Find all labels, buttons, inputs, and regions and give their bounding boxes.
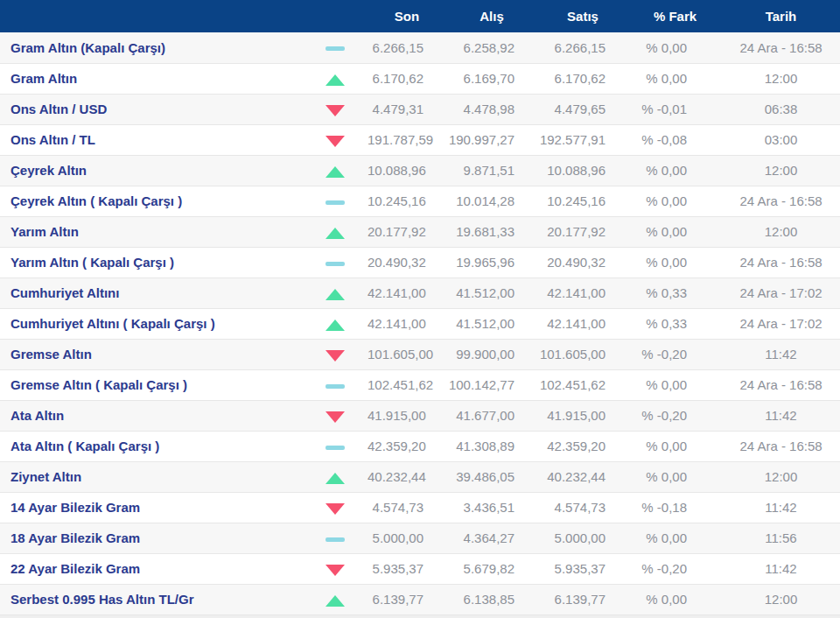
table-row: 18 Ayar Bilezik Gram 5.000,00 4.364,27 5… <box>0 523 840 553</box>
fark-value: % 0,00 <box>628 247 722 277</box>
col-header-satis: Satış <box>537 0 628 32</box>
tarih-value: 11:56 <box>722 523 840 553</box>
satis-value: 42.141,00 <box>537 277 628 308</box>
satis-value: 102.451,62 <box>537 369 628 400</box>
instrument-name-link[interactable]: Gremse Altın <box>10 347 92 362</box>
instrument-name-link[interactable]: Gram Altın (Kapalı Çarşı) <box>10 40 165 55</box>
alis-value: 5.679,82 <box>446 553 537 584</box>
tarih-value: 12:00 <box>722 63 840 94</box>
fark-value: % 0,00 <box>628 584 722 614</box>
fark-value: % 0,00 <box>628 186 722 216</box>
son-value: 191.787,59 <box>368 124 446 155</box>
alis-value: 99.900,00 <box>446 339 537 369</box>
satis-value: 5.935,37 <box>537 553 628 584</box>
instrument-name-link[interactable]: Ons Altın / USD <box>10 102 107 116</box>
trend-flat-icon <box>326 384 345 389</box>
alis-value: 4.478,98 <box>446 94 537 124</box>
fark-value: % 0,00 <box>628 32 722 63</box>
fark-value: % 0,33 <box>628 308 722 339</box>
satis-value: 6.139,77 <box>537 584 628 614</box>
alis-value: 19.681,33 <box>446 216 537 247</box>
fark-value: % -0,20 <box>628 400 722 431</box>
col-header-son: Son <box>368 0 446 32</box>
fark-value: % -0,08 <box>628 124 722 155</box>
fark-value: % -0,18 <box>628 492 722 523</box>
col-header-trend-empty <box>302 0 368 32</box>
trend-down-icon <box>326 350 345 362</box>
son-value: 20.490,32 <box>368 247 446 277</box>
instrument-name-link[interactable]: Ons Altın / TL <box>10 132 95 147</box>
instrument-name-link[interactable]: Ata Altın ( Kapalı Çarşı ) <box>10 439 159 453</box>
table-row: Gram Altın (Kapalı Çarşı) 6.266,15 6.258… <box>0 32 840 63</box>
fark-value: % -0,20 <box>628 339 722 369</box>
table-row: Gremse Altın ( Kapalı Çarşı ) 102.451,62… <box>0 369 840 400</box>
instrument-name-link[interactable]: Gremse Altın ( Kapalı Çarşı ) <box>10 377 187 392</box>
alis-value: 190.997,27 <box>446 124 537 155</box>
son-value: 6.170,62 <box>368 63 446 94</box>
instrument-name-link[interactable]: Çeyrek Altın ( Kapalı Çarşı ) <box>10 193 182 208</box>
alis-value: 6.138,85 <box>446 584 537 614</box>
trend-flat-icon <box>326 200 345 205</box>
satis-value: 20.177,92 <box>537 216 628 247</box>
trend-flat-icon <box>326 46 345 51</box>
instrument-name-link[interactable]: 18 Ayar Bilezik Gram <box>10 530 140 545</box>
instrument-name-link[interactable]: Cumhuriyet Altını <box>10 285 119 300</box>
tarih-value: 24 Ara - 17:02 <box>722 308 840 339</box>
trend-up-icon <box>326 228 345 239</box>
instrument-name-link[interactable]: 22 Ayar Bilezik Gram <box>10 561 140 576</box>
table-row: Cumhuriyet Altını 42.141,00 41.512,00 42… <box>0 277 840 308</box>
instrument-name-link[interactable]: Cumhuriyet Altını ( Kapalı Çarşı ) <box>10 316 215 331</box>
table-row: Serbest 0.995 Has Altın TL/Gr 6.139,77 6… <box>0 584 840 614</box>
gold-table-body: Gram Altın (Kapalı Çarşı) 6.266,15 6.258… <box>0 32 840 614</box>
fark-value: % -0,01 <box>628 94 722 124</box>
satis-value: 5.000,00 <box>537 523 628 553</box>
satis-value: 42.359,20 <box>537 431 628 461</box>
satis-value: 10.088,96 <box>537 155 628 186</box>
instrument-name-link[interactable]: Gram Altın <box>10 71 77 86</box>
satis-value: 41.915,00 <box>537 400 628 431</box>
son-value: 42.359,20 <box>368 431 446 461</box>
instrument-name-link[interactable]: 14 Ayar Bilezik Gram <box>10 500 140 515</box>
instrument-name-link[interactable]: Yarım Altın ( Kapalı Çarşı ) <box>10 255 174 270</box>
table-row: Ata Altın ( Kapalı Çarşı ) 42.359,20 41.… <box>0 431 840 461</box>
tarih-value: 12:00 <box>722 461 840 492</box>
son-value: 41.915,00 <box>368 400 446 431</box>
table-row: Ons Altın / TL 191.787,59 190.997,27 192… <box>0 124 840 155</box>
satis-value: 6.266,15 <box>537 32 628 63</box>
tarih-value: 11:42 <box>722 553 840 584</box>
instrument-name-link[interactable]: Çeyrek Altın <box>10 163 87 178</box>
trend-down-icon <box>326 503 345 515</box>
instrument-name-link[interactable]: Serbest 0.995 Has Altın TL/Gr <box>10 592 194 607</box>
instrument-name-link[interactable]: Ziynet Altın <box>10 469 81 484</box>
alis-value: 10.014,28 <box>446 186 537 216</box>
tarih-value: 11:42 <box>722 339 840 369</box>
table-row: Çeyrek Altın ( Kapalı Çarşı ) 10.245,16 … <box>0 186 840 216</box>
son-value: 102.451,62 <box>368 369 446 400</box>
trend-down-icon <box>326 565 345 576</box>
gold-price-table: Son Alış Satış % Fark Tarih Gram Altın (… <box>0 0 840 615</box>
fark-value: % 0,00 <box>628 155 722 186</box>
alis-value: 41.512,00 <box>446 308 537 339</box>
tarih-value: 24 Ara - 16:58 <box>722 186 840 216</box>
table-row: Gremse Altın 101.605,00 99.900,00 101.60… <box>0 339 840 369</box>
satis-value: 40.232,44 <box>537 461 628 492</box>
satis-value: 4.479,65 <box>537 94 628 124</box>
alis-value: 6.258,92 <box>446 32 537 63</box>
satis-value: 192.577,91 <box>537 124 628 155</box>
col-header-fark: % Fark <box>628 0 722 32</box>
tarih-value: 24 Ara - 16:58 <box>722 369 840 400</box>
trend-down-icon <box>326 105 345 116</box>
table-row: 22 Ayar Bilezik Gram 5.935,37 5.679,82 5… <box>0 553 840 584</box>
table-row: Çeyrek Altın 10.088,96 9.871,51 10.088,9… <box>0 155 840 186</box>
alis-value: 41.677,00 <box>446 400 537 431</box>
instrument-name-link[interactable]: Yarım Altın <box>10 224 79 239</box>
trend-up-icon <box>326 166 345 178</box>
tarih-value: 12:00 <box>722 584 840 614</box>
instrument-name-link[interactable]: Ata Altın <box>10 408 64 423</box>
alis-value: 41.512,00 <box>446 277 537 308</box>
table-row: Ziynet Altın 40.232,44 39.486,05 40.232,… <box>0 461 840 492</box>
son-value: 10.245,16 <box>368 186 446 216</box>
satis-value: 20.490,32 <box>537 247 628 277</box>
son-value: 10.088,96 <box>368 155 446 186</box>
fark-value: % 0,00 <box>628 523 722 553</box>
